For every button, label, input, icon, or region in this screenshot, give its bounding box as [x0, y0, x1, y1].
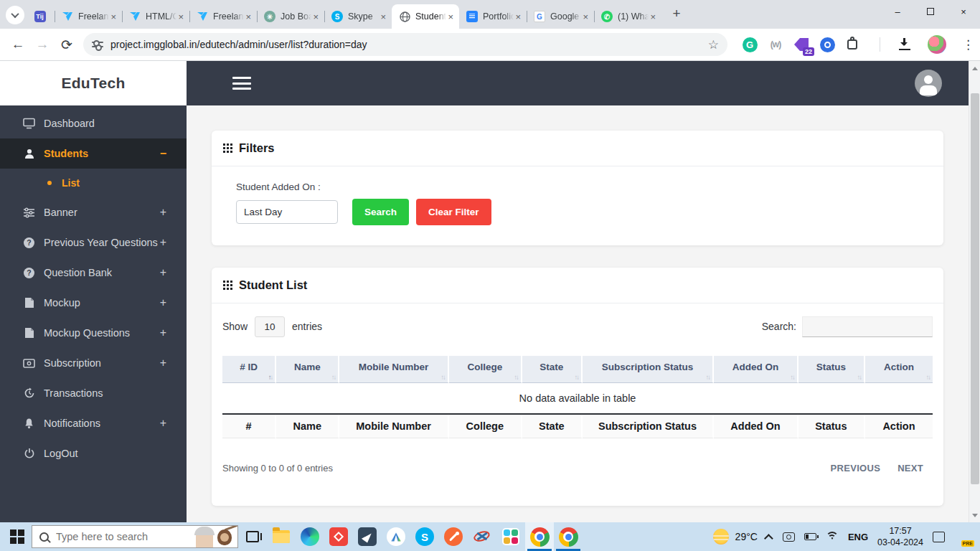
student-added-on-input[interactable]	[236, 200, 338, 224]
scroll-down-arrow[interactable]	[969, 511, 980, 521]
column-header-name[interactable]: Name↑↓	[276, 356, 339, 383]
taskbar-search-input[interactable]	[56, 531, 192, 542]
tab-close-icon[interactable]: ×	[244, 12, 253, 22]
skype-icon[interactable]: S	[410, 522, 439, 551]
language-label[interactable]: ENG	[848, 532, 868, 542]
anydesk-icon[interactable]	[324, 522, 353, 551]
edge-icon[interactable]	[296, 522, 324, 551]
task-view-icon[interactable]	[238, 522, 267, 551]
tab-close-icon[interactable]: ×	[514, 12, 522, 22]
temperature-label[interactable]: 29°C	[735, 531, 758, 542]
column-header-status[interactable]: Status↑↓	[798, 356, 865, 383]
notification-center-icon[interactable]	[933, 532, 945, 542]
dark-blue-app-icon[interactable]	[353, 522, 382, 551]
sidebar-item-previous-year-questions[interactable]: ? Previous Year Questions +	[0, 227, 187, 258]
tab-close-icon[interactable]: ×	[649, 12, 657, 22]
tab-freelancer-2[interactable]: Freelance ×	[189, 4, 257, 29]
sidebar-item-question-bank[interactable]: ? Question Bank +	[0, 258, 187, 288]
scroll-up-arrow[interactable]	[969, 62, 980, 72]
sidebar-item-list[interactable]: List	[0, 169, 187, 197]
tab-freelancer-1[interactable]: Freelance ×	[55, 4, 122, 29]
downloads-icon[interactable]	[897, 37, 912, 52]
wifi-icon[interactable]	[826, 532, 839, 542]
column-header-college[interactable]: College↑↓	[449, 356, 522, 383]
tab-student-active[interactable]: Student ×	[392, 4, 459, 29]
blue-extension-icon[interactable]	[819, 37, 835, 52]
tab-search-chevron-button[interactable]	[6, 6, 24, 24]
expand-plus-icon[interactable]: +	[160, 236, 166, 249]
address-bar[interactable]: project.imgglobal.in/edutech/admin/user/…	[83, 33, 727, 56]
sidebar-item-notifications[interactable]: Notifications +	[0, 408, 187, 438]
screen-cast-icon[interactable]	[783, 532, 795, 542]
sidebar-item-mockup-questions[interactable]: Mockup Questions +	[0, 318, 187, 348]
url-text[interactable]: project.imgglobal.in/edutech/admin/user/…	[110, 39, 708, 50]
tab-close-icon[interactable]: ×	[446, 12, 455, 22]
w-extension-icon[interactable]: (w)	[768, 37, 783, 52]
chrome-icon[interactable]	[525, 522, 554, 551]
expand-plus-icon[interactable]: +	[160, 357, 166, 369]
windows-start-icon[interactable]	[10, 529, 24, 544]
brand-logo[interactable]: EduTech	[0, 61, 187, 105]
minimize-button[interactable]: –	[881, 0, 914, 23]
user-avatar[interactable]	[915, 70, 942, 97]
search-button[interactable]: Search	[352, 199, 409, 225]
tab-job-board[interactable]: ✳ Job Boar ×	[257, 4, 324, 29]
page-scrollbar[interactable]	[969, 61, 980, 522]
tab-portfolio[interactable]: Portfolio ×	[459, 4, 527, 29]
tab-close-icon[interactable]: ×	[176, 12, 185, 22]
table-search-input[interactable]	[802, 316, 933, 337]
tab-htmlcss[interactable]: HTML/CS ×	[122, 4, 189, 29]
taskbar-search-box[interactable]	[32, 525, 238, 548]
tab-google-translate[interactable]: G Google T ×	[527, 4, 594, 29]
clear-filter-button[interactable]: Clear Filter	[416, 199, 491, 225]
column-header-subscription[interactable]: Subscription Status↑↓	[583, 356, 714, 383]
tab-close-icon[interactable]: ×	[379, 12, 387, 22]
sidebar-item-subscription[interactable]: Subscription +	[0, 348, 187, 378]
tab-close-icon[interactable]: ×	[109, 12, 118, 22]
compass-app-icon[interactable]	[382, 522, 410, 551]
tab-close-icon[interactable]: ×	[581, 12, 590, 22]
site-settings-icon[interactable]	[92, 39, 103, 50]
close-window-button[interactable]: ×	[947, 0, 980, 23]
slack-icon[interactable]	[496, 522, 525, 551]
expand-plus-icon[interactable]: +	[160, 417, 166, 430]
tab-close-icon[interactable]: ×	[311, 12, 320, 22]
bookmark-star-icon[interactable]: ☆	[708, 37, 719, 52]
file-explorer-icon[interactable]	[267, 522, 296, 551]
expand-plus-icon[interactable]: +	[160, 296, 166, 309]
expand-plus-icon[interactable]: +	[160, 266, 166, 279]
purple-extension-icon[interactable]: 22	[793, 37, 809, 52]
next-page-button[interactable]: NEXT	[897, 463, 923, 474]
expand-plus-icon[interactable]: +	[160, 326, 166, 339]
tray-chevron-up-icon[interactable]	[764, 534, 773, 543]
sidebar-item-students[interactable]: Students −	[0, 138, 187, 169]
postman-icon[interactable]	[439, 522, 468, 551]
sidebar-item-mockup[interactable]: Mockup +	[0, 288, 187, 318]
tab-skype[interactable]: S Skype ×	[324, 4, 392, 29]
chrome-menu-icon[interactable]: ⋮	[962, 37, 974, 52]
reload-button[interactable]: ⟳	[55, 32, 79, 57]
tab-whatsapp[interactable]: ✆ (1) What ×	[594, 4, 661, 29]
column-header-action[interactable]: Action↑↓	[865, 356, 933, 383]
sidebar-item-logout[interactable]: LogOut	[0, 438, 187, 468]
sidebar-item-transactions[interactable]: Transactions	[0, 378, 187, 408]
hamburger-menu-icon[interactable]	[232, 77, 251, 93]
grammarly-icon[interactable]: G	[742, 37, 758, 52]
extensions-puzzle-icon[interactable]	[845, 37, 859, 52]
column-header-mobile[interactable]: Mobile Number↑↓	[339, 356, 448, 383]
battery-icon[interactable]	[804, 533, 816, 540]
column-header-state[interactable]: State↑↓	[522, 356, 583, 383]
previous-page-button[interactable]: PREVIOUS	[831, 463, 881, 474]
pinned-tab-teams[interactable]: Tij	[30, 4, 55, 29]
clock[interactable]: 17:57 03-04-2024	[877, 525, 923, 549]
snipping-tool-icon[interactable]	[468, 522, 496, 551]
column-header-id[interactable]: # ID↑↓	[222, 356, 276, 383]
scrollbar-thumb[interactable]	[971, 93, 979, 484]
sidebar-item-banner[interactable]: Banner +	[0, 197, 187, 227]
weather-icon[interactable]	[713, 529, 729, 545]
back-button[interactable]: ←	[6, 32, 30, 57]
chrome-icon-2[interactable]	[554, 522, 583, 551]
collapse-minus-icon[interactable]: −	[160, 147, 166, 160]
new-tab-button[interactable]: +	[667, 4, 686, 23]
copilot-icon[interactable]: PRE	[954, 528, 971, 545]
